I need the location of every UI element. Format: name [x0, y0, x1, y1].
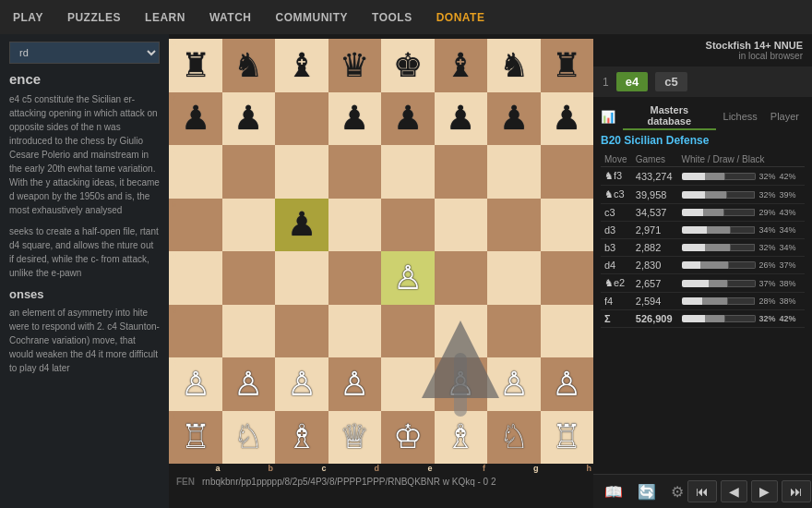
nav-play[interactable]: PLAY: [9, 11, 47, 24]
board-square[interactable]: [487, 145, 541, 199]
nav-prev[interactable]: ◀: [721, 480, 747, 502]
chess-piece: ♟: [552, 102, 581, 135]
board-square[interactable]: [541, 145, 594, 199]
file-label: f: [435, 464, 488, 473]
board-square[interactable]: ♙: [222, 357, 276, 411]
board-square[interactable]: ♞: [222, 39, 276, 92]
board-square[interactable]: [381, 199, 435, 252]
rotate-button[interactable]: 🔄: [634, 481, 660, 502]
board-square[interactable]: [541, 305, 594, 358]
move-white[interactable]: e4: [616, 72, 648, 91]
fen-value[interactable]: rnbqkbnr/pp1ppppp/8/2p5/4P3/8/PPPP1PPP/R…: [202, 477, 496, 487]
board-square[interactable]: ♙: [381, 251, 435, 305]
chess-piece: ♞: [499, 49, 529, 82]
board-square[interactable]: [541, 251, 594, 305]
engine-info: Stockfish 14+ NNUE in local browser: [706, 40, 803, 61]
board-square[interactable]: ♝: [275, 39, 328, 92]
settings-button[interactable]: ⚙: [667, 481, 687, 502]
board-square[interactable]: ♔: [381, 411, 435, 465]
board-square[interactable]: ♟: [487, 92, 541, 146]
board-square[interactable]: [435, 145, 488, 199]
opening-dropdown[interactable]: rd: [9, 42, 160, 64]
board-square[interactable]: ♟: [222, 92, 276, 146]
board-square[interactable]: [328, 145, 382, 199]
board-square[interactable]: ♟: [328, 92, 382, 146]
move-cell: b3: [601, 239, 632, 257]
board-square[interactable]: [435, 305, 488, 358]
nav-puzzles[interactable]: PUZZLES: [64, 11, 125, 24]
table-row[interactable]: c3 34,537 29% 43%: [601, 204, 805, 222]
board-square[interactable]: ♙: [435, 357, 488, 411]
board-square[interactable]: ♙: [275, 357, 328, 411]
nav-last[interactable]: ⏭: [782, 480, 811, 502]
board-square[interactable]: ♘: [487, 411, 541, 465]
nav-watch[interactable]: WATCH: [206, 11, 256, 24]
board-square[interactable]: ♙: [328, 357, 382, 411]
board-square[interactable]: ♞: [487, 39, 541, 92]
board-square[interactable]: ♟: [435, 92, 488, 146]
nav-next[interactable]: ▶: [751, 480, 778, 502]
board-square[interactable]: [328, 199, 382, 252]
table-row[interactable]: d3 2,971 34% 34%: [601, 222, 805, 239]
bar-cell: 34% 34%: [678, 222, 805, 239]
board-square[interactable]: ♖: [541, 411, 594, 465]
board-square[interactable]: [487, 199, 541, 252]
table-row[interactable]: ♞e2 2,657 37% 38%: [601, 274, 805, 293]
chess-piece: ♖: [552, 420, 581, 454]
board-square[interactable]: [381, 305, 435, 358]
board-square[interactable]: [222, 199, 276, 252]
tab-player[interactable]: Player: [765, 103, 805, 130]
board-square[interactable]: ♙: [487, 357, 541, 411]
board-square[interactable]: ♘: [222, 411, 276, 465]
board-square[interactable]: ♙: [541, 357, 594, 411]
board-square[interactable]: [275, 305, 328, 358]
left-controls: 📖 🔄 ⚙: [601, 481, 687, 502]
board-square[interactable]: [381, 357, 435, 411]
nav-donate[interactable]: DONATE: [433, 11, 489, 24]
nav-first[interactable]: ⏮: [687, 480, 717, 502]
board-square[interactable]: [487, 305, 541, 358]
board-square[interactable]: [328, 251, 382, 305]
board-square[interactable]: ♛: [328, 39, 382, 92]
board-square[interactable]: ♕: [328, 411, 382, 465]
board-square[interactable]: ♟: [275, 199, 328, 252]
board-square[interactable]: [435, 251, 488, 305]
board-square[interactable]: [275, 145, 328, 199]
board-square[interactable]: ♜: [541, 39, 594, 92]
board-square[interactable]: ♟: [541, 92, 594, 146]
nav-learn[interactable]: LEARN: [141, 11, 189, 24]
board-square[interactable]: [328, 305, 382, 358]
book-button[interactable]: 📖: [601, 481, 627, 502]
board-square[interactable]: [275, 251, 328, 305]
move-black[interactable]: c5: [655, 72, 687, 91]
board-square[interactable]: ♗: [435, 411, 488, 465]
board-square[interactable]: [487, 251, 541, 305]
chess-piece: ♞: [233, 49, 263, 82]
table-row[interactable]: d4 2,830 26% 37%: [601, 257, 805, 274]
chess-board[interactable]: ♜♞♝♛♚♝♞♜♟♟♟♟♟♟♟♟♙♙♙♙♙♙♙♙♖♘♗♕♔♗♘♖ 8765432…: [169, 39, 593, 464]
board-square[interactable]: [222, 251, 276, 305]
rank-label: 5: [171, 199, 177, 252]
board-square[interactable]: [435, 199, 488, 252]
board-square[interactable]: [275, 92, 328, 146]
board-square[interactable]: ♟: [381, 92, 435, 146]
board-square[interactable]: ♗: [275, 411, 328, 465]
file-label: b: [222, 464, 276, 473]
board-square[interactable]: [222, 305, 276, 358]
board-square[interactable]: ♝: [435, 39, 488, 92]
board-square[interactable]: [222, 145, 276, 199]
board-square[interactable]: [541, 199, 594, 252]
file-label: c: [275, 464, 328, 473]
bar-cell: 29% 43%: [678, 204, 805, 222]
tab-lichess[interactable]: Lichess: [718, 103, 763, 130]
board-square[interactable]: [381, 145, 435, 199]
table-row[interactable]: f4 2,594 28% 38%: [601, 293, 805, 310]
board-square[interactable]: ♚: [381, 39, 435, 92]
tab-masters[interactable]: Masters database: [623, 103, 716, 130]
nav-community[interactable]: COMMUNITY: [272, 11, 352, 24]
table-row[interactable]: ♞f3 433,274 32% 42%: [601, 167, 805, 186]
left-panel: rd ence e4 c5 constitute the Sicilian er…: [0, 34, 169, 508]
nav-tools[interactable]: TOOLS: [368, 11, 416, 24]
table-row[interactable]: b3 2,882 32% 34%: [601, 239, 805, 257]
table-row[interactable]: ♞c3 39,958 32% 39%: [601, 186, 805, 204]
